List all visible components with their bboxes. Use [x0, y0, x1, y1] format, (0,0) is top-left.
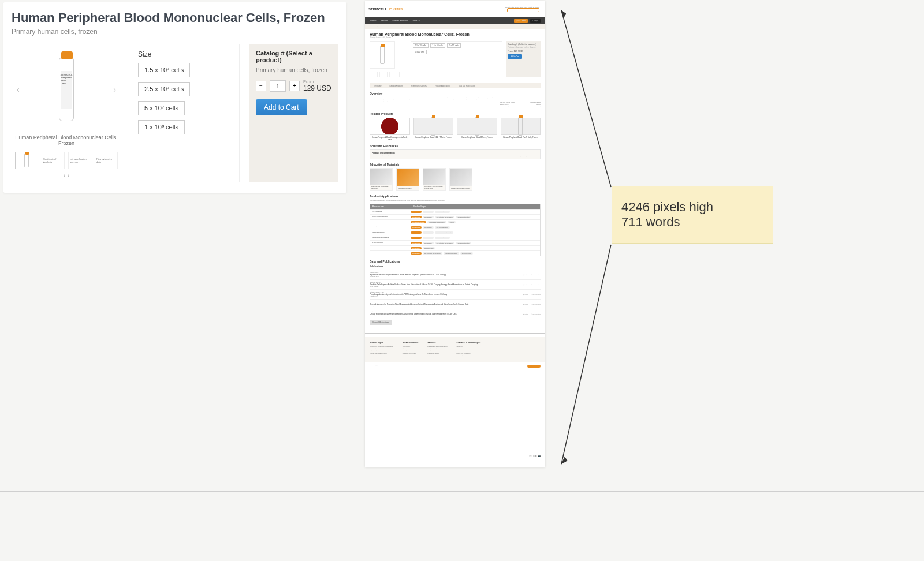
fullpage-preview: STEMCELL 25 YEARS Contact us at 1 800 66… — [365, 1, 545, 468]
footer-link[interactable]: Hematopoiesis — [403, 350, 419, 352]
section-tabs: Overview Related Products Scientific Res… — [370, 83, 541, 88]
fp-size-1[interactable]: 1.5 x 10⁷ cells — [413, 43, 429, 48]
product-image-vial: STEMCELL Peripheral Blood Cells — [59, 58, 74, 121]
size-option-1[interactable]: 1.5 x 10⁷ cells — [138, 63, 190, 77]
size-option-2[interactable]: 2.5 x 10⁷ cells — [138, 82, 190, 96]
footer-link[interactable]: Immunology — [403, 346, 419, 347]
edu-tile-1[interactable]: Tools for Your Immunology Research — [370, 168, 393, 191]
qty-input[interactable] — [270, 80, 286, 92]
purchase-panel: Catalog # (Select a product) Primary hum… — [249, 44, 338, 182]
thumbnail-4[interactable]: Flow cytometry data — [95, 152, 118, 169]
related-card-4[interactable]: Human Peripheral Blood Pan-T Cells, Froz… — [501, 118, 541, 141]
product-title: Human Peripheral Blood Mononuclear Cells… — [12, 10, 338, 25]
thumbnail-next-icon[interactable]: › — [68, 173, 69, 178]
gallery-caption: Human Peripheral Blood Mononuclear Cells… — [12, 134, 121, 146]
footer-link[interactable]: Epithelial Cell Biology — [403, 353, 419, 354]
app-row: Immunotherapy / Hematopoietic Cell Resea… — [370, 219, 540, 225]
related-card-3[interactable]: Human Peripheral Blood B Cells, Frozen — [457, 118, 497, 141]
fp-thumb-2[interactable] — [379, 72, 388, 77]
footer-link[interactable]: Stem Cell Biology — [403, 348, 419, 350]
annotation-line2: 711 words — [621, 215, 763, 230]
annotation-note: 4246 pixels high 711 words — [612, 186, 773, 244]
product-subtitle: Primary human cells, frozen — [12, 28, 338, 36]
fp-thumb-4[interactable] — [399, 72, 407, 77]
footer-link[interactable]: Careers — [456, 348, 480, 350]
tab-overview[interactable]: Overview — [374, 85, 382, 87]
footer-link[interactable]: Compliance — [456, 350, 480, 352]
publication-row[interactable]: Frontiers in Medicine 7201:234Cellular E… — [370, 309, 541, 319]
nav-services[interactable]: Services — [381, 20, 388, 22]
quick-order-button[interactable]: Quick Order — [514, 19, 528, 23]
related-card-1[interactable]: Human Peripheral Blood Leukapheresis Pac… — [370, 118, 410, 141]
size-option-3[interactable]: 5 x 10⁷ cells — [138, 101, 185, 115]
app-row: Innate Immune ResearchCell SourcingCell … — [370, 235, 540, 240]
fp-title: Human Peripheral Blood Mononuclear Cells… — [370, 32, 541, 36]
nav-about-us[interactable]: About Us — [413, 20, 420, 22]
footer-link[interactable]: About Us — [456, 346, 480, 347]
overview-text: Human peripheral blood mononuclear cells… — [370, 97, 494, 109]
tab-publications[interactable]: Data and Publications — [459, 85, 475, 87]
thumbnail-prev-icon[interactable]: ‹ — [64, 173, 65, 178]
related-card-2[interactable]: Human Peripheral Blood CD4⁺ T Cells, Fro… — [413, 118, 454, 141]
fp-thumb-1[interactable] — [370, 72, 378, 77]
fp-gallery — [370, 41, 395, 69]
footer-link[interactable]: Cell Culture Media and Supplements — [370, 346, 393, 347]
show-all-publications-button[interactable]: Show All Publications — [370, 320, 392, 325]
brand-logo[interactable]: STEMCELL 25 YEARS — [368, 8, 403, 11]
publication-row[interactable]: Immunity 30:1–12Dendritic Cells Express … — [370, 279, 541, 289]
edu-tile-4[interactable]: Primary Cell Product Portfolio — [449, 168, 472, 191]
fp-size-2[interactable]: 2.5 x 10⁷ cells — [430, 43, 446, 48]
footer-col: ServicesProduct and Technical SupportCus… — [427, 342, 447, 357]
footer-link[interactable]: Quality at STEMCELL — [456, 355, 480, 357]
search-input[interactable] — [507, 8, 539, 12]
thumbnail-3[interactable]: Lot specification summary — [68, 152, 91, 169]
applications-table: Research AreaWorkflow Stages HLA Researc… — [370, 204, 541, 256]
footer-link[interactable]: Primary and Cultured Cells — [370, 353, 393, 354]
cart-button[interactable]: Cart (0) — [530, 19, 541, 23]
main-nav: Products Services Scientific Resources A… — [365, 17, 545, 24]
app-row: Small Animal ResearchCell SourcingCell I… — [370, 214, 540, 219]
doc-row[interactable]: Product Documentation Product Informatio… — [370, 149, 541, 159]
footer-link[interactable]: Instruments — [370, 350, 393, 352]
add-to-cart-button[interactable]: Add to Cart — [256, 99, 307, 115]
footer-link[interactable]: Product and Technical Support — [427, 346, 447, 347]
edu-tile-3[interactable]: Frequently Asked Questions: Primary Cell… — [423, 168, 446, 191]
thumbnail-nav: ‹ › — [64, 173, 69, 178]
size-label: Size — [138, 50, 232, 58]
publication-row[interactable]: Lancet (2019)Implications of Triple-Nega… — [370, 270, 541, 279]
fp-add-to-cart-button[interactable]: Add to Cart — [508, 54, 522, 59]
thumbnail-2[interactable]: Certificate of Analysis — [42, 152, 65, 169]
qty-decrement-button[interactable]: − — [256, 81, 266, 91]
fp-top-links[interactable]: Contact us at 1 800 667 0322 • Log in • … — [505, 6, 539, 8]
footer-link[interactable]: Cell Isolation Products — [370, 348, 393, 350]
fp-size-3[interactable]: 5 x 10⁷ cells — [447, 43, 461, 48]
gallery-next-icon[interactable]: › — [110, 81, 120, 98]
nav-products[interactable]: Products — [370, 20, 377, 22]
chat-button[interactable]: Chat now — [527, 365, 541, 368]
footer-link[interactable]: Custom Solutions — [427, 348, 447, 350]
size-option-4[interactable]: 1 x 10⁸ cells — [138, 120, 185, 134]
footer-link[interactable]: Proficiency Testing — [427, 353, 447, 354]
gallery-prev-icon[interactable]: ‹ — [13, 81, 23, 98]
tab-resources[interactable]: Scientific Resources — [411, 85, 427, 87]
fp-size-4[interactable]: 1 x 10⁸ cells — [413, 50, 427, 54]
tab-applications[interactable]: Product Applications — [435, 85, 450, 87]
svg-line-2 — [561, 245, 611, 464]
publications-section: Data and Publications Publications Lance… — [370, 260, 541, 325]
tab-related[interactable]: Related Products — [390, 85, 403, 87]
edu-tile-2[interactable]: Human Primary Cells — [396, 168, 419, 191]
qty-increment-button[interactable]: + — [289, 81, 300, 91]
footer-link[interactable]: Contract Assay Services — [427, 350, 447, 352]
footer-link[interactable]: Terms and Conditions — [456, 353, 480, 354]
publication-row[interactable]: Journal of Immunology 297:1197Directed A… — [370, 299, 541, 309]
thumbnail-1[interactable] — [15, 152, 38, 169]
fp-thumb-3[interactable] — [389, 72, 397, 77]
publication-row[interactable]: Nature (April 11) 1–19Phosphorylation Ac… — [370, 289, 541, 299]
nav-scientific-resources[interactable]: Scientific Resources — [392, 20, 408, 22]
social-icons[interactable]: ✉ f in ▶ 📷 — [529, 454, 541, 457]
footer-link[interactable]: Small Molecules — [370, 355, 393, 357]
footer-col: Product TypesCell Culture Media and Supp… — [370, 342, 393, 357]
app-row: Toxicity/Drug ResearchCell SourcingCell … — [370, 225, 540, 230]
app-row: Immune ResearchCell SourcingCell Isolati… — [370, 230, 540, 235]
breadcrumb[interactable]: Home › Products › Human Peripheral Blood… — [365, 24, 545, 29]
